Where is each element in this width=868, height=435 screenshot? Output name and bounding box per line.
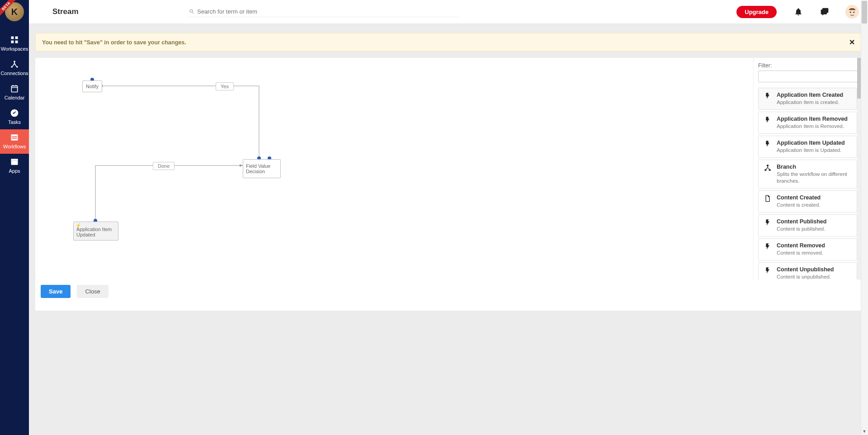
sidebar-nav: Workspaces Connections Calendar Tasks Wo… <box>0 32 29 178</box>
alert-close-button[interactable]: ✕ <box>849 38 855 47</box>
palette-item[interactable]: Application Item RemovedApplication Item… <box>758 112 857 134</box>
edge-label-done[interactable]: Done <box>153 162 175 170</box>
sidebar-item-label: Tasks <box>8 119 21 125</box>
sidebar-item-apps[interactable]: Apps <box>0 154 29 178</box>
svg-rect-1 <box>15 37 18 39</box>
palette-item-text: Content RemovedContent is removed. <box>777 242 825 256</box>
page-scrollbar[interactable]: ▲ ▼ <box>861 0 868 435</box>
sidebar-item-workflows[interactable]: Workflows <box>0 129 29 154</box>
network-icon <box>10 60 19 69</box>
palette-item-desc: Splits the workflow on different branche… <box>777 171 853 184</box>
sidebar-item-label: Connections <box>0 71 28 76</box>
palette-item[interactable]: Content PublishedContent is published. <box>758 214 857 236</box>
palette-item-title: Content Unpublished <box>777 266 834 273</box>
sidebar-item-connections[interactable]: Connections <box>0 56 29 80</box>
bolt-icon <box>763 266 772 280</box>
avatar[interactable] <box>845 5 859 19</box>
palette-item-title: Content Created <box>777 194 821 201</box>
palette-item[interactable]: Application Item CreatedApplication Item… <box>758 88 857 110</box>
palette-item-text: Content PublishedContent is published. <box>777 218 826 232</box>
sidebar-item-label: Calendar <box>5 95 25 100</box>
palette-item[interactable]: Content RemovedContent is removed. <box>758 238 857 260</box>
palette-item-desc: Application Item is Updated. <box>777 147 845 154</box>
svg-rect-3 <box>15 41 18 43</box>
palette-item-desc: Content is created. <box>777 202 821 208</box>
search-input[interactable] <box>197 8 456 15</box>
svg-point-15 <box>850 11 851 13</box>
search-field[interactable] <box>187 6 458 17</box>
svg-rect-10 <box>12 138 17 139</box>
chat-icon[interactable] <box>820 7 829 16</box>
palette-item-text: Content CreatedContent is created. <box>777 194 821 208</box>
svg-point-16 <box>853 11 854 13</box>
page-scrollbar-thumb[interactable] <box>862 1 867 24</box>
svg-rect-18 <box>764 169 766 170</box>
palette-item-desc: Content is unpublished. <box>777 274 834 280</box>
bolt-icon: ⚡ <box>75 223 81 228</box>
sidebar-item-tasks[interactable]: Tasks <box>0 105 29 129</box>
node-decision[interactable]: Field Value Decision <box>243 159 281 178</box>
palette-item-title: Application Item Created <box>777 92 843 98</box>
palette-item[interactable]: Content UnpublishedContent is unpublishe… <box>758 262 857 280</box>
document-icon <box>763 194 772 208</box>
palette-item-title: Application Item Removed <box>777 116 848 122</box>
palette-item[interactable]: Content CreatedContent is created. <box>758 190 857 213</box>
topbar: Stream Upgrade <box>29 0 868 24</box>
bolt-icon <box>763 242 772 256</box>
node-source[interactable]: ⚡ Application Item Updated <box>73 222 118 241</box>
svg-rect-13 <box>11 159 18 161</box>
editor-footer: Save Close <box>35 279 862 311</box>
workflow-editor: Yes Done Notify Field Value Decision ⚡ A… <box>35 58 862 279</box>
search-icon <box>189 9 195 14</box>
svg-point-14 <box>845 5 859 19</box>
palette-item-title: Application Item Updated <box>777 140 845 146</box>
grid-icon <box>10 35 19 44</box>
page-title: Stream <box>52 7 79 16</box>
filter-input[interactable] <box>758 71 858 82</box>
sidebar: BETA K Workspaces Connections Calendar T… <box>0 0 29 435</box>
palette-item[interactable]: Application Item UpdatedApplication Item… <box>758 136 857 158</box>
alert-message: You need to hit "Save" in order to save … <box>42 39 186 46</box>
palette-list: Application Item CreatedApplication Item… <box>758 88 858 279</box>
palette-item-title: Content Published <box>777 218 826 225</box>
palette-item-text: Content UnpublishedContent is unpublishe… <box>777 266 834 280</box>
app-root: BETA K Workspaces Connections Calendar T… <box>0 0 868 435</box>
content-area: You need to hit "Save" in order to save … <box>29 24 868 435</box>
palette-item-desc: Content is published. <box>777 226 826 232</box>
palette-item-text: Application Item CreatedApplication Item… <box>777 92 843 106</box>
palette: Filter: Application Item CreatedApplicat… <box>753 58 862 279</box>
sidebar-item-workspaces[interactable]: Workspaces <box>0 32 29 56</box>
save-button[interactable]: Save <box>41 285 71 298</box>
canvas-edges <box>35 58 753 279</box>
edge-label-yes[interactable]: Yes <box>216 82 234 90</box>
palette-item-text: BranchSplits the workflow on different b… <box>777 164 853 184</box>
bolt-icon <box>763 140 772 154</box>
palette-item-text: Application Item UpdatedApplication Item… <box>777 140 845 154</box>
sidebar-item-calendar[interactable]: Calendar <box>0 80 29 105</box>
svg-rect-2 <box>11 41 14 43</box>
bolt-icon <box>763 92 772 106</box>
filter-label: Filter: <box>758 62 858 69</box>
check-circle-icon <box>10 109 19 118</box>
palette-item-desc: Application Item is created. <box>777 99 843 106</box>
sidebar-item-label: Workspaces <box>1 46 28 52</box>
workflow-icon <box>10 133 19 142</box>
window-icon <box>10 157 19 166</box>
bolt-icon <box>763 218 772 232</box>
avatar-face-icon <box>845 5 859 19</box>
bell-icon[interactable] <box>794 7 803 16</box>
sidebar-item-label: Workflows <box>3 144 26 149</box>
logo[interactable]: BETA K <box>0 0 29 24</box>
bolt-icon <box>763 116 772 130</box>
palette-item-title: Content Removed <box>777 242 825 249</box>
close-button[interactable]: Close <box>77 285 108 298</box>
scroll-down-arrow-icon[interactable]: ▼ <box>861 428 868 435</box>
node-notify[interactable]: Notify <box>82 80 102 92</box>
svg-point-4 <box>14 61 15 62</box>
upgrade-button[interactable]: Upgrade <box>736 6 777 18</box>
svg-rect-17 <box>767 165 769 166</box>
palette-item-desc: Application Item is Removed. <box>777 123 848 130</box>
palette-item[interactable]: BranchSplits the workflow on different b… <box>758 160 857 189</box>
svg-rect-19 <box>769 169 771 170</box>
workflow-canvas[interactable]: Yes Done Notify Field Value Decision ⚡ A… <box>35 58 753 279</box>
